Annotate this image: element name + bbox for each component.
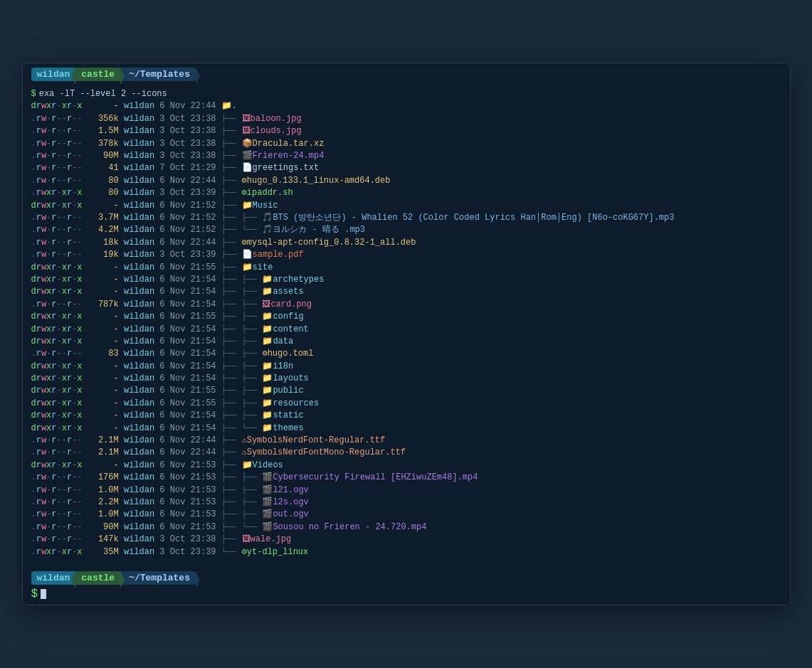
permission: drwxr-xr-x [31,361,83,373]
file-icon: 🎬 [242,150,253,162]
file-size: 41 [88,162,119,174]
tree-prefix: ├── [216,249,242,261]
file-date: 6 Nov 21:53 [159,509,216,521]
file-date: 6 Nov 21:54 [159,299,216,311]
file-name: BTS (방탄소년단) - Whalien 52 (Color Coded Ly… [273,212,674,224]
list-item: .rw-r--r-- 3.7M wildan 6 Nov 21:52 ├── ├… [31,212,781,224]
file-name: out.ogv [273,509,308,521]
file-name: l2s.ogv [273,497,308,509]
tree-prefix: ├── ├── [216,497,263,509]
list-item: .rw-r--r-- 356k wildan 3 Oct 23:38 ├── 🖼… [31,113,781,125]
permission: .rw-r--r-- [31,224,83,236]
permission: drwxr-xr-x [31,410,83,422]
file-icon: 📁 [242,200,253,212]
file-name: sample.pdf [253,249,304,261]
file-date: 6 Nov 22:44 [159,237,216,249]
file-size: 19k [88,249,119,261]
tree-prefix: ├── ├── [216,373,263,385]
file-owner: wildan [124,311,154,323]
file-size: - [88,274,119,286]
permission: drwxr-xr-x [31,262,83,274]
list-item: drwxr-xr-x - wildan 6 Nov 21:54 ├── ├── … [31,373,781,385]
cursor-line: $ [31,588,781,600]
file-icon: 🎬 [262,509,273,521]
file-owner: wildan [124,299,154,311]
list-item: .rwxr-xr-x 35M wildan 3 Oct 23:39 └── ⚙y… [31,546,781,558]
file-size: 356k [88,113,119,125]
file-date: 6 Nov 21:54 [159,286,216,298]
permission: .rw-r--r-- [31,484,83,497]
file-owner: wildan [124,410,154,422]
file-name: ipaddr.sh [247,187,293,199]
list-item: .rw-r--r-- 1.0M wildan 6 Nov 21:53 ├── ├… [31,484,781,497]
file-name: . [232,100,237,112]
file-date: 6 Nov 21:55 [159,262,216,274]
file-name: clouds.jpg [251,125,302,137]
list-item: .rw-r--r-- 787k wildan 6 Nov 21:54 ├── ├… [31,299,781,311]
bottom-hostname-segment: castle [75,571,120,585]
file-date: 6 Nov 21:53 [159,472,216,484]
file-date: 6 Nov 21:52 [159,224,216,236]
tree-prefix: ├── ├── [216,398,263,410]
file-name: SymbolsNerdFontMono-Regular.ttf [247,447,406,459]
permission: .rwxr-xr-x [31,187,83,199]
file-date: 6 Nov 21:55 [159,398,216,410]
file-size: 2.1M [88,435,119,447]
tree-prefix: ├── [216,150,242,162]
file-icon: 📁 [221,100,232,112]
file-size: - [88,200,119,212]
file-name: config [273,311,303,323]
bottom-bar: wildan castle ~/Templates $ [23,567,790,605]
permission: drwxr-xr-x [31,336,83,348]
file-icon: 📁 [262,324,273,336]
file-size: - [88,373,119,385]
file-date: 3 Oct 23:39 [159,546,216,558]
file-size: 2.1M [88,447,119,459]
bottom-dollar-sign: $ [31,588,38,600]
command-text: exa -lT --level 2 --icons [39,88,167,100]
tree-prefix: ├── ├── [216,509,263,521]
permission: .rw-r--r-- [31,534,83,546]
file-name: SymbolsNerdFont-Regular.ttf [247,435,385,447]
file-date: 6 Nov 21:54 [159,410,216,422]
file-name: i18n [273,361,293,373]
tree-prefix: ├── ├── [216,410,263,422]
file-icon: 📁 [262,410,273,422]
list-item: drwxr-xr-x - wildan 6 Nov 21:54 ├── ├── … [31,324,781,336]
file-name: Dracula.tar.xz [253,138,325,150]
file-owner: wildan [124,373,154,385]
file-size: 18k [88,237,119,249]
list-item: .rw-r--r-- 83 wildan 6 Nov 21:54 ├── ├──… [31,348,781,360]
file-size: 2.2M [88,497,119,509]
file-icon: 🎬 [262,484,273,497]
file-owner: wildan [124,150,154,162]
permission: .rw-r--r-- [31,138,83,150]
tree-prefix: ├── [216,138,242,150]
permission: .rw-r--r-- [31,237,83,249]
file-icon: 🎬 [262,472,273,484]
permission: drwxr-xr-x [31,423,83,435]
file-icon: 📁 [262,423,273,435]
file-date: 6 Nov 21:55 [159,385,216,397]
list-item: .rw-r--r-- 1.0M wildan 6 Nov 21:53 ├── ├… [31,509,781,521]
bottom-path-segment: ~/Templates [120,571,196,585]
list-item: .rw-r--r-- 147k wildan 3 Oct 23:38 ├── 🖼… [31,534,781,546]
file-icon: 📄 [242,162,253,174]
file-size: 1.0M [88,484,119,497]
tree-prefix: ├── [216,435,242,447]
file-date: 6 Nov 21:54 [159,348,216,360]
file-size: 176M [88,472,119,484]
file-icon: ⚙ [242,237,247,249]
permission: drwxr-xr-x [31,311,83,323]
list-item: drwxr-xr-x - wildan 6 Nov 21:55 ├── ├── … [31,385,781,397]
bottom-username-segment: wildan [31,571,76,585]
file-owner: wildan [124,100,154,112]
file-name: site [253,262,273,274]
file-owner: wildan [124,262,154,274]
list-item: .rw-r--r-- 90M wildan 6 Nov 21:53 ├── └─… [31,521,781,534]
file-icon: 📁 [262,385,273,397]
file-size: 90M [88,150,119,162]
file-name: greetings.txt [253,162,320,174]
file-name: baloon.jpg [251,113,302,125]
list-item: .rw-r--r-- 2.1M wildan 6 Nov 22:44 ├── ⚠… [31,435,781,447]
